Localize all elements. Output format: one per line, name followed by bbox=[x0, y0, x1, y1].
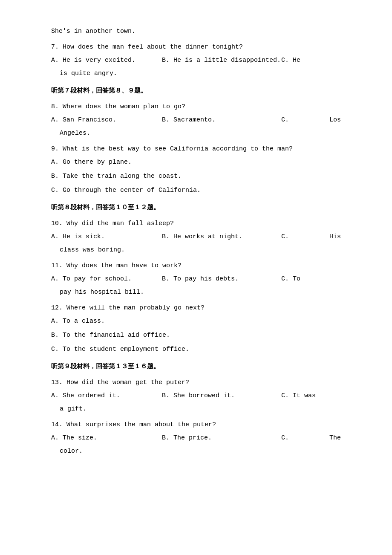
q14-option-c: C. bbox=[281, 432, 329, 444]
q14-option-a: A. The size. bbox=[51, 432, 162, 444]
q10-option-b: B. He works at night. bbox=[162, 231, 281, 243]
section-7-header: 听第７段材料，回答第８、９题。 bbox=[51, 85, 341, 97]
q10-option-c: C. bbox=[281, 231, 329, 243]
q9-option-a: A. Go there by plane. bbox=[51, 156, 341, 168]
q8-option-c: C. bbox=[281, 114, 329, 126]
q13-option-b: B. She borrowed it. bbox=[162, 390, 281, 402]
q12-option-c: C. To the student employment office. bbox=[51, 344, 341, 355]
q7-option-c-cont: is quite angry. bbox=[51, 68, 341, 79]
main-content: She's in another town. 7. How does the m… bbox=[51, 26, 341, 457]
q10-option-c-cont2: class was boring. bbox=[51, 244, 341, 256]
q13-option-c-cont: a gift. bbox=[51, 403, 341, 415]
q8-option-a: A. San Francisco. bbox=[51, 114, 162, 126]
q7-option-c: C. He bbox=[281, 55, 341, 66]
q11-option-c-cont: pay his hospital bill. bbox=[51, 286, 341, 298]
question-14: 14. What surprises the man about the put… bbox=[51, 419, 341, 431]
q12-option-a: A. To a class. bbox=[51, 315, 341, 327]
q8-option-c-los: Los bbox=[329, 114, 341, 126]
section-8-header: 听第８段材料，回答第１０至１２题。 bbox=[51, 202, 341, 214]
q14-options: A. The size. B. The price. C. The bbox=[51, 432, 341, 444]
q14-option-c-the: The bbox=[329, 432, 341, 444]
q7-option-b: B. He is a little disappointed. bbox=[162, 55, 281, 66]
q8-option-c-cont2: Angeles. bbox=[51, 127, 341, 139]
q13-options: A. She ordered it. B. She borrowed it. C… bbox=[51, 390, 341, 402]
intro-line: She's in another town. bbox=[51, 26, 341, 37]
q7-option-a: A. He is very excited. bbox=[51, 55, 162, 66]
q13-option-c: C. It was bbox=[281, 390, 341, 402]
q11-option-a: A. To pay for school. bbox=[51, 273, 162, 285]
q14-option-b: B. The price. bbox=[162, 432, 281, 444]
q10-option-c-his: His bbox=[329, 231, 341, 243]
question-11: 11. Why does the man have to work? bbox=[51, 260, 341, 272]
question-13: 13. How did the woman get the puter? bbox=[51, 377, 341, 388]
question-9: 9. What is the best way to see Californi… bbox=[51, 143, 341, 155]
question-12: 12. Where will the man probably go next? bbox=[51, 302, 341, 314]
q11-option-b: B. To pay his debts. bbox=[162, 273, 281, 285]
question-7: 7. How does the man feel about the dinne… bbox=[51, 41, 341, 53]
q8-options: A. San Francisco. B. Sacramento. C. Los bbox=[51, 114, 341, 126]
q14-option-c-cont2: color. bbox=[51, 445, 341, 457]
question-10: 10. Why did the man fall asleep? bbox=[51, 218, 341, 229]
q9-option-b: B. Take the train along the coast. bbox=[51, 171, 341, 182]
q11-option-c: C. To bbox=[281, 273, 341, 285]
question-8: 8. Where does the woman plan to go? bbox=[51, 101, 341, 113]
q13-option-a: A. She ordered it. bbox=[51, 390, 162, 402]
q10-option-a: A. He is sick. bbox=[51, 231, 162, 243]
q12-option-b: B. To the financial aid office. bbox=[51, 330, 341, 341]
q8-option-b: B. Sacramento. bbox=[162, 114, 281, 126]
q9-option-c: C. Go through the center of California. bbox=[51, 185, 341, 196]
q10-options: A. He is sick. B. He works at night. C. … bbox=[51, 231, 341, 243]
section-9-header: 听第９段材料，回答第１３至１６题。 bbox=[51, 361, 341, 373]
q11-options: A. To pay for school. B. To pay his debt… bbox=[51, 273, 341, 285]
q7-options: A. He is very excited. B. He is a little… bbox=[51, 55, 341, 66]
